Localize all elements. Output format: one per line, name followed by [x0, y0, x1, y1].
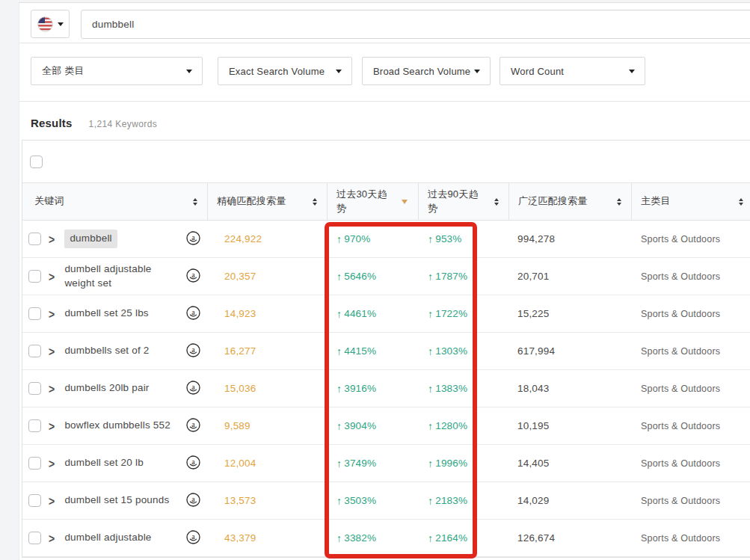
trend-30d-value: ↑3749% [327, 445, 418, 481]
keyword-cell: >dumbell set 20 lba [22, 445, 207, 481]
column-header-keyword[interactable]: 关键词 [22, 183, 207, 220]
search-section [19, 3, 750, 43]
sort-icon[interactable] [494, 198, 499, 206]
column-header-broad-volume[interactable]: 广泛匹配搜索量 [508, 183, 631, 220]
expand-chevron-icon[interactable]: > [49, 269, 55, 283]
category-value: Sports & Outdoors [631, 520, 750, 556]
table-row: >bowflex dumbbells 552a9,589↑3904%↑1280%… [22, 407, 750, 445]
keyword-cell: >dumbells 20lb paira [22, 370, 207, 407]
expand-chevron-icon[interactable]: > [49, 307, 55, 320]
row-checkbox[interactable] [28, 382, 41, 395]
chevron-down-icon [186, 70, 192, 73]
column-label: 过去90天趋势 [428, 188, 482, 216]
dropdown-label: Exact Search Volume [229, 66, 325, 77]
trend-up-arrow-icon: ↑ [428, 420, 433, 432]
trend-30d-value: ↑970% [327, 221, 418, 257]
row-checkbox[interactable] [28, 457, 41, 470]
trend-90d-value: ↑1280% [418, 407, 508, 444]
table-header: 关键词 精确匹配搜索量 过去30天趋势 过去90天趋势 广泛匹配搜索量 主类目 [22, 183, 750, 221]
results-title: Results [31, 117, 73, 129]
results-count: 1,214 Keywords [89, 119, 158, 129]
word-count-filter[interactable]: Word Count [500, 57, 645, 85]
exact-volume-value: 14,923 [207, 295, 327, 332]
table-row: >dumbell set 25 lbsa14,923↑4461%↑1722%15… [22, 295, 750, 333]
amazon-icon[interactable]: a [186, 268, 200, 285]
expand-chevron-icon[interactable]: > [49, 531, 55, 544]
sort-icon[interactable] [739, 198, 743, 206]
broad-search-volume-filter[interactable]: Broad Search Volume [362, 57, 491, 85]
trend-up-arrow-icon: ↑ [336, 420, 342, 432]
broad-volume-value: 10,195 [508, 407, 631, 444]
broad-volume-value: 617,994 [508, 333, 631, 369]
amazon-icon[interactable]: a [186, 455, 200, 472]
amazon-icon[interactable]: a [186, 381, 200, 397]
column-label: 关键词 [34, 194, 64, 209]
row-checkbox[interactable] [28, 270, 41, 283]
select-all-checkbox[interactable] [30, 156, 43, 168]
row-checkbox[interactable] [28, 419, 41, 432]
category-filter-dropdown[interactable]: 全部 类目 [31, 57, 203, 85]
amazon-icon[interactable]: a [186, 530, 200, 547]
trend-90d-value: ↑1303% [418, 333, 508, 369]
trend-90d-value: ↑1722% [418, 295, 508, 332]
amazon-icon[interactable]: a [186, 418, 200, 434]
trend-up-arrow-icon: ↑ [428, 308, 433, 320]
exact-volume-value: 9,589 [207, 407, 327, 444]
keyword-cell: >dumbbells set of 2a [22, 333, 207, 369]
keyword-text: dumbell set 15 pounds [64, 493, 169, 507]
chevron-down-icon [474, 70, 480, 73]
keyword-search-input[interactable] [81, 10, 750, 39]
sort-desc-icon[interactable] [402, 200, 408, 204]
table-row: >dumbell set 15 poundsa13,573↑3503%↑2183… [22, 482, 750, 520]
keyword-cell: >bowflex dumbbells 552a [22, 407, 207, 444]
broad-volume-value: 20,701 [508, 258, 631, 295]
trend-90d-value: ↑1383% [418, 370, 508, 407]
row-checkbox[interactable] [28, 494, 41, 507]
category-value: Sports & Outdoors [631, 258, 750, 295]
amazon-icon[interactable]: a [186, 306, 200, 322]
expand-chevron-icon[interactable]: > [49, 232, 55, 245]
category-value: Sports & Outdoors [631, 221, 750, 257]
row-checkbox[interactable] [28, 307, 41, 320]
category-value: Sports & Outdoors [631, 482, 750, 519]
expand-chevron-icon[interactable]: > [49, 456, 55, 470]
trend-up-arrow-icon: ↑ [428, 383, 433, 395]
trend-90d-value: ↑2164% [418, 520, 508, 556]
trend-percent: 5646% [344, 271, 376, 282]
category-value: Sports & Outdoors [631, 407, 750, 444]
amazon-icon[interactable]: a [186, 343, 200, 360]
svg-text:a: a [191, 494, 195, 502]
svg-text:a: a [191, 457, 195, 465]
row-checkbox[interactable] [28, 345, 41, 357]
svg-text:a: a [191, 307, 195, 316]
trend-up-arrow-icon: ↑ [428, 233, 433, 245]
broad-volume-value: 15,225 [508, 295, 631, 332]
table-row: >dumbells 20lb paira15,036↑3916%↑1383%18… [22, 370, 750, 407]
column-header-category[interactable]: 主类目 [631, 183, 750, 220]
trend-percent: 1280% [435, 420, 467, 431]
exact-search-volume-filter[interactable]: Exact Search Volume [218, 57, 352, 85]
keyword-cell: >dumbell adjustable weight seta [22, 258, 207, 295]
marketplace-selector[interactable] [31, 10, 70, 38]
broad-volume-value: 18,043 [508, 370, 631, 407]
trend-90d-value: ↑1787% [418, 258, 508, 295]
sort-icon[interactable] [193, 198, 197, 206]
sort-icon[interactable] [313, 198, 317, 206]
column-header-exact-volume[interactable]: 精确匹配搜索量 [207, 183, 327, 220]
exact-volume-value: 15,036 [207, 370, 327, 407]
row-checkbox[interactable] [28, 532, 41, 544]
column-header-trend-30d[interactable]: 过去30天趋势 [327, 183, 418, 220]
expand-chevron-icon[interactable]: > [49, 344, 55, 357]
sort-icon[interactable] [617, 198, 621, 206]
expand-chevron-icon[interactable]: > [49, 381, 55, 395]
amazon-icon[interactable]: a [186, 493, 200, 509]
row-checkbox[interactable] [28, 233, 41, 245]
trend-percent: 4415% [344, 345, 376, 357]
expand-chevron-icon[interactable]: > [49, 419, 55, 432]
keyword-cell: >dumbbella [22, 221, 207, 257]
chevron-down-icon [58, 22, 64, 26]
column-header-trend-90d[interactable]: 过去90天趋势 [418, 183, 508, 220]
expand-chevron-icon[interactable]: > [49, 493, 55, 507]
svg-text:a: a [191, 382, 195, 390]
amazon-icon[interactable]: a [186, 231, 200, 247]
